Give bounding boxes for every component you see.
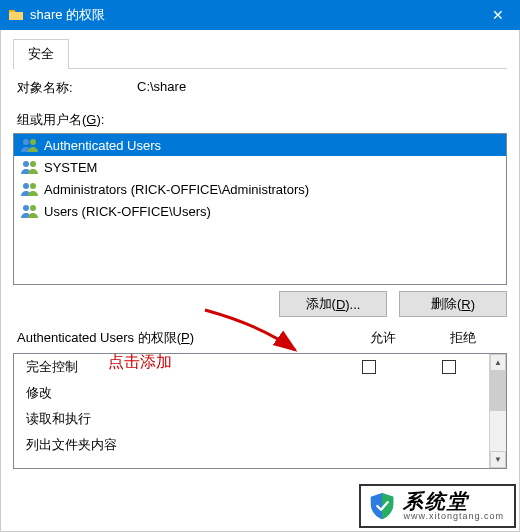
tab-security[interactable]: 安全 [13, 39, 69, 69]
permission-row: 完全控制 [14, 354, 489, 380]
permission-row: 修改 [14, 380, 489, 406]
scrollbar-down[interactable]: ▼ [490, 451, 506, 468]
object-name-value: C:\share [137, 79, 186, 97]
svg-point-2 [23, 161, 29, 167]
scrollbar-thumb[interactable] [490, 371, 506, 411]
column-deny: 拒绝 [423, 329, 503, 347]
scrollbar-up[interactable]: ▲ [490, 354, 506, 371]
users-icon [20, 181, 40, 197]
shield-icon [367, 491, 397, 521]
window-title: share 的权限 [30, 6, 475, 24]
object-name-label: 对象名称: [17, 79, 137, 97]
users-icon [20, 203, 40, 219]
scrollbar-track[interactable] [490, 371, 506, 451]
users-icon [20, 159, 40, 175]
svg-point-6 [23, 205, 29, 211]
watermark: 系统堂 www.xitongtang.com [359, 484, 516, 528]
allow-checkbox[interactable] [362, 360, 376, 374]
watermark-title: 系统堂 [403, 490, 504, 512]
permission-row: 列出文件夹内容 [14, 432, 489, 458]
list-item[interactable]: Administrators (RICK-OFFICE\Administrato… [14, 178, 506, 200]
list-item-label: SYSTEM [44, 160, 97, 175]
button-row: 添加(D)... 删除(R) [13, 291, 507, 317]
svg-point-1 [30, 139, 36, 145]
permission-name: 修改 [14, 384, 329, 402]
groups-label: 组或用户名(G): [17, 111, 507, 129]
annotation-hint: 点击添加 [108, 352, 172, 373]
list-item-label: Authenticated Users [44, 138, 161, 153]
svg-point-3 [30, 161, 36, 167]
list-item-label: Administrators (RICK-OFFICE\Administrato… [44, 182, 309, 197]
column-allow: 允许 [343, 329, 423, 347]
svg-point-4 [23, 183, 29, 189]
window-close-button[interactable]: ✕ [475, 0, 520, 30]
close-icon: ✕ [492, 7, 504, 23]
object-name-row: 对象名称: C:\share [17, 79, 507, 97]
dialog-client: 安全 对象名称: C:\share 组或用户名(G): Authenticate… [0, 30, 520, 532]
permission-name: 列出文件夹内容 [14, 436, 329, 454]
folder-icon [8, 7, 24, 23]
svg-point-5 [30, 183, 36, 189]
list-item[interactable]: SYSTEM [14, 156, 506, 178]
permission-row: 读取和执行 [14, 406, 489, 432]
remove-button[interactable]: 删除(R) [399, 291, 507, 317]
permissions-scrollbar[interactable]: ▲ ▼ [489, 354, 506, 468]
permissions-header: Authenticated Users 的权限(P) 允许 拒绝 [17, 329, 503, 347]
permission-name: 读取和执行 [14, 410, 329, 428]
permissions-list: 完全控制修改读取和执行列出文件夹内容 [14, 354, 489, 468]
watermark-url: www.xitongtang.com [403, 512, 504, 522]
users-icon [20, 137, 40, 153]
svg-point-0 [23, 139, 29, 145]
deny-checkbox[interactable] [442, 360, 456, 374]
list-item-label: Users (RICK-OFFICE\Users) [44, 204, 211, 219]
window-titlebar: share 的权限 ✕ [0, 0, 520, 30]
list-item[interactable]: Authenticated Users [14, 134, 506, 156]
list-item[interactable]: Users (RICK-OFFICE\Users) [14, 200, 506, 222]
groups-listbox[interactable]: Authenticated UsersSYSTEMAdministrators … [13, 133, 507, 285]
svg-point-7 [30, 205, 36, 211]
add-button[interactable]: 添加(D)... [279, 291, 387, 317]
permissions-box: 完全控制修改读取和执行列出文件夹内容 ▲ ▼ [13, 353, 507, 469]
tab-strip: 安全 [13, 38, 507, 69]
